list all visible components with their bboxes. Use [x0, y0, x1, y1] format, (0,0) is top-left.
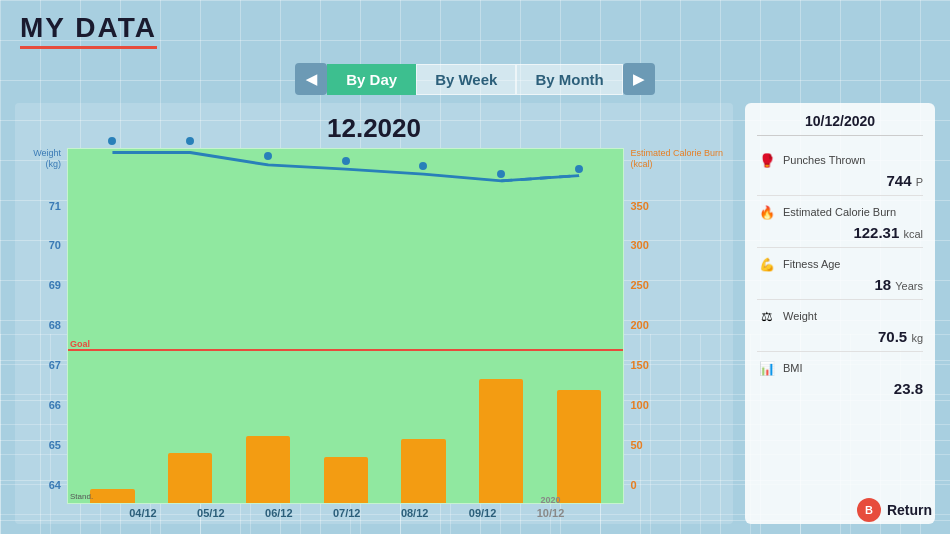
bmi-icon: 📊 — [757, 358, 777, 378]
y-tick-left-7: 64 — [49, 479, 61, 491]
return-btn-circle-label: B — [865, 504, 873, 516]
y-tick-right-6: 50 — [630, 439, 642, 451]
tab-by-month[interactable]: By Month — [516, 64, 622, 95]
stat-weight: ⚖ Weight 70.5 kg — [757, 300, 923, 352]
tab-by-day[interactable]: By Day — [327, 64, 416, 95]
chart-area: Weight(kg) 71 70 69 68 67 66 65 64 Goal — [25, 148, 723, 519]
weight-dot-0 — [108, 137, 116, 145]
y-tick-left-4: 67 — [49, 359, 61, 371]
x-tick-5: 09/12 — [449, 507, 517, 519]
stats-panel: 10/12/2020 🥊 Punches Thrown 744 P 🔥 Esti… — [745, 103, 935, 524]
svg-line-0 — [501, 176, 579, 181]
weight-icon: ⚖ — [757, 306, 777, 326]
chart-panel: 12.2020 Weight(kg) 71 70 69 68 67 66 65 … — [15, 103, 733, 524]
y-tick-right-2: 250 — [630, 279, 648, 291]
calories-value: 122.31 kcal — [757, 224, 923, 241]
stat-weight-header: ⚖ Weight — [757, 306, 923, 326]
stat-fitness-header: 💪 Fitness Age — [757, 254, 923, 274]
y-axis-left-label: Weight(kg) — [33, 148, 61, 170]
weight-dot-5 — [497, 170, 505, 178]
stats-date: 10/12/2020 — [757, 113, 923, 136]
x-tick-0: 04/12 — [109, 507, 177, 519]
fitness-value: 18 Years — [757, 276, 923, 293]
bar-0 — [90, 489, 134, 503]
punches-label: Punches Thrown — [783, 154, 865, 166]
bar-1 — [168, 453, 212, 503]
return-btn-circle: B — [857, 498, 881, 522]
stat-fitness-age: 💪 Fitness Age 18 Years — [757, 248, 923, 300]
bmi-value: 23.8 — [757, 380, 923, 397]
nav-left-arrow[interactable]: ◀ — [295, 63, 327, 95]
weight-line-svg — [68, 149, 623, 503]
header: MY DATA — [0, 0, 950, 57]
stand-label: Stand. — [70, 492, 93, 501]
main-container: MY DATA ◀ By Day By Week By Month ▶ 12.2… — [0, 0, 950, 534]
stat-punches: 🥊 Punches Thrown 744 P — [757, 144, 923, 196]
nav-tabs: ◀ By Day By Week By Month ▶ — [0, 57, 950, 103]
y-tick-right-1: 300 — [630, 239, 648, 251]
punches-icon: 🥊 — [757, 150, 777, 170]
nav-right-arrow[interactable]: ▶ — [623, 63, 655, 95]
y-tick-right-5: 100 — [630, 399, 648, 411]
page-title: MY DATA — [20, 12, 157, 49]
x-tick-2: 06/12 — [245, 507, 313, 519]
bar-3 — [324, 457, 368, 503]
stat-bmi: 📊 BMI 23.8 — [757, 352, 923, 403]
bar-4 — [401, 439, 445, 503]
y-tick-right-3: 200 — [630, 319, 648, 331]
weight-dot-2 — [264, 152, 272, 160]
weight-dot-6 — [575, 165, 583, 173]
weight-dot-3 — [342, 157, 350, 165]
goal-label: Goal — [70, 339, 90, 349]
chart-inner: Goal — [67, 148, 624, 504]
y-tick-left-3: 68 — [49, 319, 61, 331]
stat-bmi-header: 📊 BMI — [757, 358, 923, 378]
weight-label: Weight — [783, 310, 817, 322]
tab-by-week[interactable]: By Week — [416, 64, 516, 95]
stat-calories-header: 🔥 Estimated Calorie Burn — [757, 202, 923, 222]
stat-punches-header: 🥊 Punches Thrown — [757, 150, 923, 170]
x-tick-6: 2020 10/12 — [517, 507, 585, 519]
y-tick-right-4: 150 — [630, 359, 648, 371]
calories-label: Estimated Calorie Burn — [783, 206, 896, 218]
return-btn-label: Return — [887, 502, 932, 518]
fitness-icon: 💪 — [757, 254, 777, 274]
y-axis-right-label: Estimated Calorie Burn(kcal) — [630, 148, 723, 170]
x-tick-4: 08/12 — [381, 507, 449, 519]
calories-icon: 🔥 — [757, 202, 777, 222]
y-axis-left: Weight(kg) 71 70 69 68 67 66 65 64 — [25, 148, 67, 519]
y-tick-left-5: 66 — [49, 399, 61, 411]
x-tick-3: 07/12 — [313, 507, 381, 519]
goal-line — [68, 349, 623, 351]
year-label: 2020 — [540, 495, 560, 505]
chart-title: 12.2020 — [25, 113, 723, 144]
stat-calories: 🔥 Estimated Calorie Burn 122.31 kcal — [757, 196, 923, 248]
weight-value: 70.5 kg — [757, 328, 923, 345]
bmi-label: BMI — [783, 362, 803, 374]
y-tick-left-0: 71 — [49, 200, 61, 212]
bar-2 — [246, 436, 290, 503]
y-tick-left-6: 65 — [49, 439, 61, 451]
weight-dot-4 — [419, 162, 427, 170]
weight-dot-1 — [186, 137, 194, 145]
fitness-label: Fitness Age — [783, 258, 840, 270]
x-axis: 04/12 05/12 06/12 07/12 08/12 09/12 2020… — [67, 504, 624, 519]
y-tick-left-1: 70 — [49, 239, 61, 251]
content-area: 12.2020 Weight(kg) 71 70 69 68 67 66 65 … — [0, 103, 950, 534]
x-tick-1: 05/12 — [177, 507, 245, 519]
y-tick-right-0: 350 — [630, 200, 648, 212]
y-tick-left-2: 69 — [49, 279, 61, 291]
y-tick-right-7: 0 — [630, 479, 636, 491]
y-axis-right: Estimated Calorie Burn(kcal) 350 300 250… — [624, 148, 723, 519]
punches-value: 744 P — [757, 172, 923, 189]
bar-5 — [479, 379, 523, 503]
bar-6 — [557, 390, 601, 503]
return-button[interactable]: B Return — [857, 498, 932, 522]
